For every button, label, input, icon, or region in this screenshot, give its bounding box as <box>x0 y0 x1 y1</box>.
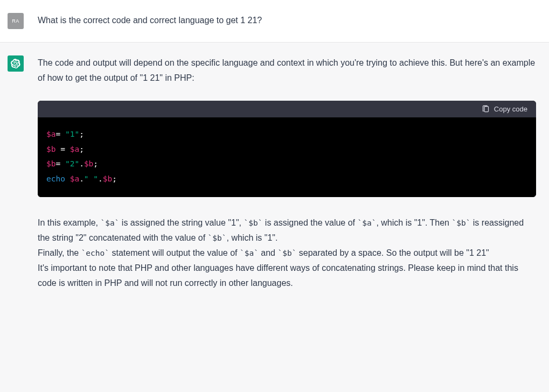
assistant-avatar <box>8 55 24 72</box>
code-token: " " <box>84 174 98 183</box>
assistant-paragraph-3: Finally, the `echo` statement will outpu… <box>38 246 536 261</box>
text-span: , which is "1". <box>226 233 277 242</box>
code-token: $b <box>84 159 93 168</box>
code-token: $a <box>70 145 79 153</box>
code-token: $b <box>103 174 112 183</box>
inline-code: `$b` <box>208 234 227 242</box>
code-body: $a= "1"; $b = $a; $b= "2".$b; echo $a." … <box>38 117 536 197</box>
code-token: = <box>55 159 60 168</box>
code-token: . <box>79 159 84 168</box>
clipboard-icon <box>482 105 490 113</box>
assistant-content: The code and output will depend on the s… <box>38 55 541 291</box>
assistant-message: The code and output will depend on the s… <box>0 43 549 304</box>
text-span: is assigned the value of <box>262 218 357 227</box>
text-span: and <box>259 248 278 257</box>
inline-code: `$b` <box>451 219 470 227</box>
user-avatar: RA <box>8 13 24 29</box>
code-token: = <box>60 145 65 153</box>
code-token: $a <box>70 174 79 183</box>
code-token: "2" <box>65 159 79 168</box>
copy-code-label: Copy code <box>494 105 527 113</box>
code-block: Copy code $a= "1"; $b = $a; $b= "2".$b; … <box>38 101 536 197</box>
text-span: Finally, the <box>38 248 81 257</box>
code-token: = <box>55 130 60 138</box>
code-token: ; <box>79 145 84 153</box>
code-token: $a <box>46 130 55 138</box>
text-span: statement will output the value of <box>109 248 240 257</box>
inline-code: `$a` <box>101 219 120 227</box>
code-token: "1" <box>65 130 79 138</box>
code-token: $b <box>46 145 55 153</box>
user-message: RA What is the correct code and correct … <box>0 0 549 43</box>
assistant-intro-text: The code and output will depend on the s… <box>38 55 536 86</box>
code-token: . <box>98 174 103 183</box>
openai-icon <box>11 59 20 68</box>
text-span: , which is "1". Then <box>376 218 451 227</box>
text-span: is assigned the string value "1", <box>119 218 244 227</box>
assistant-paragraph-2: In this example, `$a` is assigned the st… <box>38 215 536 246</box>
user-content: What is the correct code and correct lan… <box>38 13 541 28</box>
inline-code: `$b` <box>277 249 296 257</box>
user-question-text: What is the correct code and correct lan… <box>38 13 536 28</box>
copy-code-button[interactable]: Copy code <box>482 105 527 113</box>
text-span: separated by a space. So the output will… <box>296 248 489 257</box>
svg-rect-0 <box>484 107 489 112</box>
assistant-paragraph-4: It's important to note that PHP and othe… <box>38 261 536 291</box>
text-span: In this example, <box>38 218 101 227</box>
code-token: echo <box>46 174 65 183</box>
code-token: . <box>79 174 84 183</box>
inline-code: `$b` <box>244 219 262 227</box>
code-token: $b <box>46 159 55 168</box>
inline-code: `echo` <box>81 249 109 257</box>
code-token: ; <box>112 174 117 183</box>
code-token: ; <box>93 159 98 168</box>
inline-code: `$a` <box>358 219 377 227</box>
code-header: Copy code <box>38 101 536 117</box>
code-token: ; <box>79 130 84 138</box>
inline-code: `$a` <box>240 249 259 257</box>
